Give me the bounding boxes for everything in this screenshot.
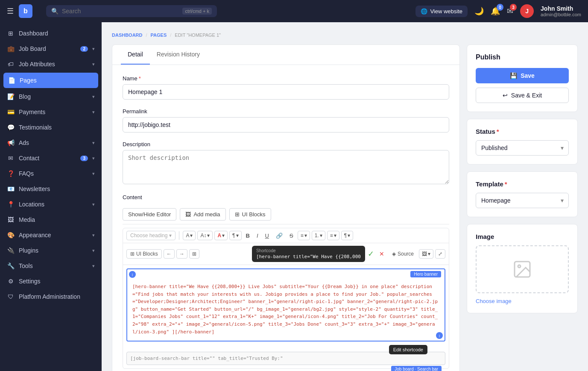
template-required: *	[505, 180, 507, 188]
sidebar-item-platform-administration[interactable]: 🛡 Platform Administration	[0, 289, 102, 304]
tools-icon: 🔧	[7, 262, 15, 269]
breadcrumb-dashboard[interactable]: Dashboard	[112, 32, 143, 38]
font-select-button[interactable]: A ▾	[183, 231, 196, 240]
sidebar-item-settings[interactable]: ⚙ Settings	[0, 274, 102, 289]
search-bar[interactable]: 🔍 ctrl/cmd + k	[46, 5, 217, 17]
sidebar-item-testimonials[interactable]: 💬 Testimonials	[0, 120, 102, 135]
sidebar-item-locations[interactable]: 📍 Locations ▾	[0, 197, 102, 212]
permalink-field-group: Permalink	[123, 108, 449, 132]
ui-blocks-inline-button[interactable]: ⊞ UI Blocks	[126, 249, 162, 259]
bold-button[interactable]: B	[243, 231, 252, 240]
underline-button[interactable]: U	[263, 231, 272, 240]
job-board-label: Job board · Search bar	[391, 366, 442, 371]
edit-shortcode-popup: Edit shortcode	[389, 345, 427, 354]
font-size-button[interactable]: A↕ ▾	[197, 231, 213, 240]
shortcode-clear-button[interactable]: ✕	[377, 249, 387, 259]
search-icon: 🔍	[51, 8, 59, 15]
choose-image-button[interactable]: Choose image	[476, 298, 512, 304]
save-exit-button[interactable]: ↩ Save & Exit	[476, 88, 569, 103]
job-board-content[interactable]: [job-board-search-bar title="" tab_title…	[130, 356, 442, 361]
font-color-button[interactable]: A ▾	[214, 231, 228, 240]
user-avatar[interactable]: J	[520, 4, 534, 18]
save-icon: 💾	[510, 72, 517, 79]
image-toolbar-button[interactable]: 🖼 ▾	[419, 249, 433, 259]
sidebar-item-payments[interactable]: 💳 Payments ▾	[0, 104, 102, 120]
chevron-down-icon: ▾	[92, 263, 95, 269]
dark-mode-icon[interactable]: 🌙	[474, 6, 484, 16]
breadcrumb-sep-1: /	[146, 32, 147, 38]
chevron-down-icon: ▾	[92, 171, 95, 177]
testimonials-icon: 💬	[7, 124, 15, 131]
notifications-button[interactable]: 🔔 0	[491, 6, 500, 16]
panel-body: Name * Permalink Description	[112, 65, 459, 371]
ui-blocks-button[interactable]: ⊞ UI Blocks	[229, 208, 271, 221]
add-media-button[interactable]: 🖼 Add media	[180, 208, 225, 221]
form-panel: Detail Revision History Name * Perma	[112, 44, 460, 371]
link-button[interactable]: 🔗	[273, 231, 285, 240]
main-content: Dashboard / Pages / Edit "Homepage 1" De…	[102, 22, 588, 371]
sidebar-item-job-attributes[interactable]: 🏷 Job Attributes ▾	[0, 56, 102, 72]
resize-handle-tl[interactable]: ↕	[129, 271, 136, 278]
sidebar-item-appearance[interactable]: 🎨 Appearance ▾	[0, 227, 102, 243]
sidebar-item-blog[interactable]: 📝 Blog ▾	[0, 89, 102, 104]
content-label: Content	[123, 194, 449, 200]
sidebar-item-pages[interactable]: 📄 Pages	[3, 73, 98, 88]
ordered-list-button[interactable]: 1. ▾	[312, 231, 325, 240]
sidebar-item-ads[interactable]: 📢 Ads ▾	[0, 135, 102, 150]
status-card: Status * Draft Published ▾	[467, 119, 578, 165]
search-input[interactable]	[62, 8, 179, 15]
fullscreen-button[interactable]: ⤢	[435, 249, 445, 259]
source-button[interactable]: ◈ Source	[389, 249, 417, 259]
search-kbd: ctrl/cmd + k	[182, 8, 212, 15]
shortcode-popup-container: Shortcode [hero-banner title="We Have {{…	[252, 246, 387, 262]
view-website-button[interactable]: 🌐 View website	[415, 6, 468, 17]
sidebar-item-label: Contact	[19, 155, 76, 162]
shortcode-confirm-button[interactable]: ✓	[368, 249, 374, 259]
table-button[interactable]: ⊞	[189, 249, 199, 259]
italic-button[interactable]: I	[254, 231, 261, 240]
unordered-list-button[interactable]: ≡ ▾	[298, 231, 310, 240]
resize-handle-br[interactable]: ↕	[436, 332, 443, 339]
sidebar-item-plugins[interactable]: 🔌 Plugins ▾	[0, 243, 102, 258]
permalink-label: Permalink	[123, 108, 449, 115]
show-hide-editor-button[interactable]: Show/Hide Editor	[123, 208, 176, 221]
sidebar-item-contact[interactable]: ✉ Contact 3 ▾	[0, 150, 102, 166]
globe-icon: 🌐	[421, 8, 427, 15]
tab-detail[interactable]: Detail	[121, 45, 150, 65]
description-textarea[interactable]	[123, 150, 449, 184]
tab-revision-history[interactable]: Revision History	[150, 45, 207, 65]
indent-decrease-button[interactable]: ←	[164, 249, 175, 259]
image-card: Image Choose image	[467, 224, 578, 313]
strikethrough-button[interactable]: S	[287, 231, 296, 240]
messages-button[interactable]: ✉ 3	[507, 6, 513, 16]
status-title: Status *	[476, 128, 569, 135]
breadcrumb-pages[interactable]: Pages	[151, 32, 167, 38]
save-button[interactable]: 💾 Save	[476, 68, 569, 83]
permalink-input[interactable]	[123, 117, 449, 132]
sidebar-item-tools[interactable]: 🔧 Tools ▾	[0, 258, 102, 274]
sidebar-item-label: Job Attributes	[19, 61, 88, 68]
hero-banner-block: ↕ Hero banner [hero-banner title="We Hav…	[126, 268, 445, 342]
heading-select[interactable]: Choose heading ▾	[126, 231, 176, 240]
template-select[interactable]: Default Homepage	[476, 193, 569, 208]
name-input[interactable]	[123, 84, 449, 100]
indent-increase-button[interactable]: →	[176, 249, 187, 259]
paragraph-format-button[interactable]: ¶ ▾	[229, 231, 241, 240]
sidebar-item-job-board[interactable]: 💼 Job Board 2 ▾	[0, 41, 102, 56]
add-media-icon: 🖼	[185, 211, 191, 218]
sidebar-item-dashboard[interactable]: ⊞ Dashboard	[0, 26, 102, 41]
hero-banner-content[interactable]: [hero-banner title="We Have {{208,000+}}…	[132, 283, 439, 336]
ads-icon: 📢	[7, 139, 15, 146]
sidebar-item-newsletters[interactable]: 📧 Newsletters	[0, 181, 102, 197]
sidebar-item-faqs[interactable]: ❓ FAQs ▾	[0, 166, 102, 181]
sidebar-item-media[interactable]: 🖼 Media	[0, 212, 102, 227]
newsletters-icon: 📧	[7, 186, 15, 192]
user-name: John Smith	[541, 5, 581, 12]
source-icon: ◈	[392, 251, 396, 257]
status-select[interactable]: Draft Published	[476, 140, 569, 156]
align-button[interactable]: ≡ ▾	[327, 231, 339, 240]
save-exit-icon: ↩	[503, 92, 508, 99]
menu-icon[interactable]: ☰	[7, 6, 14, 16]
name-required: *	[139, 75, 141, 82]
paragraph-button[interactable]: ¶ ▾	[341, 231, 353, 240]
